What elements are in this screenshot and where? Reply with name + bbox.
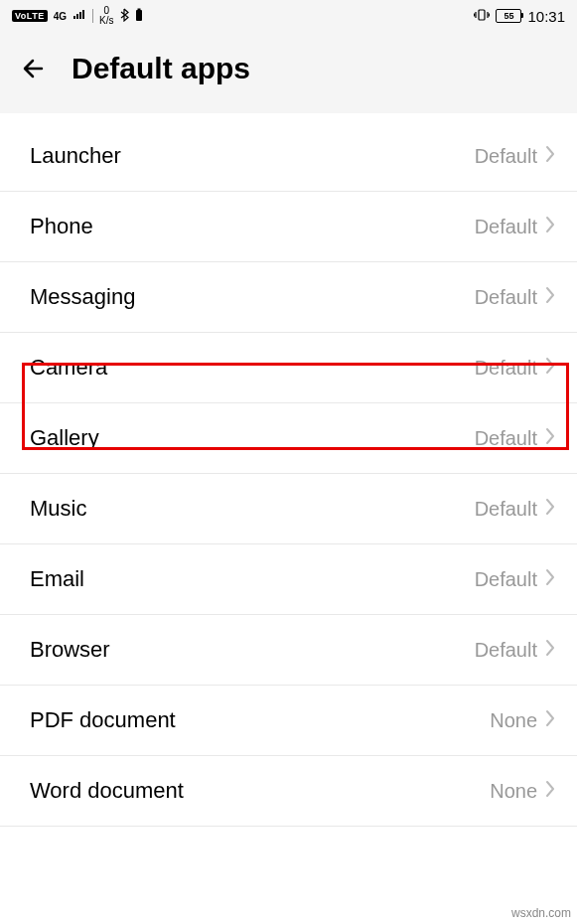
row-value-wrap: Default bbox=[475, 216, 555, 238]
row-value-wrap: Default bbox=[475, 357, 555, 380]
row-value: None bbox=[490, 709, 537, 732]
status-bar-right: 55 10:31 bbox=[474, 8, 565, 25]
vibrate-icon bbox=[474, 8, 490, 25]
row-label: Gallery bbox=[30, 425, 99, 451]
settings-row-launcher[interactable]: LauncherDefault bbox=[0, 121, 577, 192]
chevron-right-icon bbox=[545, 216, 555, 237]
chevron-right-icon bbox=[545, 780, 555, 802]
chevron-right-icon bbox=[545, 498, 555, 520]
row-value: Default bbox=[475, 216, 537, 238]
settings-row-phone[interactable]: PhoneDefault bbox=[0, 192, 577, 262]
settings-row-email[interactable]: EmailDefault bbox=[0, 544, 577, 615]
settings-list: LauncherDefaultPhoneDefaultMessagingDefa… bbox=[0, 121, 577, 827]
chevron-right-icon bbox=[545, 145, 555, 167]
network-type: 4G bbox=[54, 11, 67, 22]
settings-row-camera[interactable]: CameraDefault bbox=[0, 333, 577, 403]
settings-row-gallery[interactable]: GalleryDefault bbox=[0, 403, 577, 474]
row-value: Default bbox=[475, 639, 537, 662]
status-bar-left: VoLTE 4G 0 K/s bbox=[12, 6, 143, 26]
row-value: Default bbox=[475, 286, 537, 309]
chevron-right-icon bbox=[545, 427, 555, 449]
battery-icon: 55 bbox=[496, 9, 521, 23]
data-speed: 0 K/s bbox=[99, 6, 113, 26]
row-label: Music bbox=[30, 496, 86, 522]
row-label: Word document bbox=[30, 778, 184, 804]
row-value-wrap: Default bbox=[475, 568, 555, 591]
row-value: Default bbox=[475, 427, 537, 450]
signal-icon bbox=[72, 9, 86, 24]
row-value: Default bbox=[475, 357, 537, 380]
chevron-right-icon bbox=[545, 286, 555, 308]
row-label: Messaging bbox=[30, 284, 135, 310]
settings-row-word-document[interactable]: Word documentNone bbox=[0, 756, 577, 827]
chevron-right-icon bbox=[545, 568, 555, 590]
row-label: Camera bbox=[30, 355, 107, 381]
row-value-wrap: Default bbox=[475, 498, 555, 521]
row-value: None bbox=[490, 780, 537, 803]
watermark: wsxdn.com bbox=[511, 906, 571, 920]
arrow-left-icon bbox=[20, 55, 48, 82]
row-value-wrap: None bbox=[490, 780, 555, 803]
row-value-wrap: Default bbox=[475, 145, 555, 168]
page-title: Default apps bbox=[72, 52, 250, 85]
row-value-wrap: Default bbox=[475, 286, 555, 309]
chevron-right-icon bbox=[545, 357, 555, 379]
row-label: PDF document bbox=[30, 707, 176, 733]
row-label: Browser bbox=[30, 637, 110, 663]
row-label: Email bbox=[30, 566, 84, 592]
svg-rect-0 bbox=[136, 10, 142, 21]
chevron-right-icon bbox=[545, 709, 555, 731]
clock: 10:31 bbox=[527, 8, 565, 25]
settings-row-messaging[interactable]: MessagingDefault bbox=[0, 262, 577, 333]
settings-row-music[interactable]: MusicDefault bbox=[0, 474, 577, 544]
status-bar: VoLTE 4G 0 K/s 55 10:31 bbox=[0, 0, 577, 32]
volte-badge: VoLTE bbox=[12, 10, 48, 22]
svg-rect-1 bbox=[138, 8, 141, 10]
back-button[interactable] bbox=[20, 55, 48, 82]
row-value-wrap: Default bbox=[475, 639, 555, 662]
battery-icon-small bbox=[135, 8, 143, 25]
settings-row-browser[interactable]: BrowserDefault bbox=[0, 615, 577, 686]
row-value: Default bbox=[475, 568, 537, 591]
settings-row-pdf-document[interactable]: PDF documentNone bbox=[0, 686, 577, 756]
row-value-wrap: Default bbox=[475, 427, 555, 450]
row-label: Phone bbox=[30, 214, 93, 239]
header: Default apps bbox=[0, 32, 577, 113]
chevron-right-icon bbox=[545, 639, 555, 661]
bluetooth-icon bbox=[119, 8, 129, 25]
row-value: Default bbox=[475, 498, 537, 521]
row-value: Default bbox=[475, 145, 537, 168]
svg-rect-2 bbox=[479, 10, 485, 20]
row-label: Launcher bbox=[30, 143, 121, 169]
row-value-wrap: None bbox=[490, 709, 555, 732]
